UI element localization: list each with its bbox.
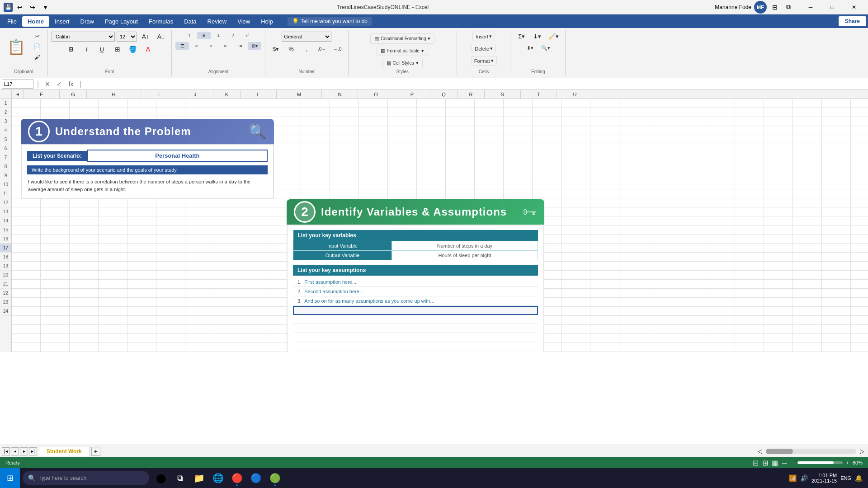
undo-button[interactable]: ↩	[14, 2, 25, 13]
user-avatar[interactable]: MF	[754, 1, 767, 14]
bold-button[interactable]: B	[65, 44, 78, 54]
language-indicator[interactable]: ENG	[840, 475, 851, 481]
assumption-8[interactable]	[293, 342, 538, 351]
increase-font-button[interactable]: A↑	[139, 32, 152, 42]
merge-center-button[interactable]: ⊞▾	[248, 42, 261, 50]
col-header-u[interactable]: U	[557, 90, 593, 99]
row-12[interactable]: 12	[0, 198, 11, 207]
assumption-7[interactable]	[293, 333, 538, 342]
save-icon[interactable]: 💾	[4, 3, 13, 12]
assumption-5[interactable]	[293, 315, 538, 324]
orientation-button[interactable]: ↗	[226, 32, 240, 39]
menu-page-layout[interactable]: Page Layout	[99, 16, 143, 27]
cancel-formula-button[interactable]: ✕	[42, 79, 52, 89]
cut-button[interactable]: ✂	[30, 32, 44, 41]
network-icon[interactable]: 📶	[789, 474, 797, 482]
share-button[interactable]: Share	[839, 16, 866, 26]
paste-button[interactable]: 📋	[4, 37, 29, 57]
col-header-g[interactable]: G	[60, 90, 87, 99]
menu-formulas[interactable]: Formulas	[143, 16, 179, 27]
row-9[interactable]: 9	[0, 171, 11, 180]
row-7[interactable]: 7	[0, 153, 11, 162]
row-13[interactable]: 13	[0, 207, 11, 216]
first-tab-button[interactable]: |◂	[2, 447, 10, 455]
underline-button[interactable]: U	[95, 45, 109, 54]
col-header-f[interactable]: F	[24, 90, 60, 99]
taskbar-chrome[interactable]: 🔴	[228, 468, 246, 488]
menu-home[interactable]: Home	[22, 16, 49, 27]
row-20[interactable]: 20	[0, 271, 11, 280]
autosum-button[interactable]: Σ▾	[515, 32, 528, 41]
decrease-decimal-button[interactable]: .0→	[315, 45, 329, 53]
notifications-icon[interactable]: 🔔	[855, 474, 863, 482]
assumption-1[interactable]: 1. First assumption here...	[293, 277, 538, 287]
row-4[interactable]: 4	[0, 126, 11, 135]
font-family-select[interactable]: Calibri	[52, 32, 115, 42]
taskbar-explorer[interactable]: 📁	[190, 468, 208, 488]
col-header-i[interactable]: I	[141, 90, 177, 99]
restore-btn[interactable]: ⧉	[783, 2, 794, 13]
taskbar-search[interactable]: 🔍 Type here to search	[23, 471, 149, 485]
maximize-button[interactable]: □	[822, 0, 843, 14]
volume-icon[interactable]: 🔊	[800, 474, 808, 482]
menu-data[interactable]: Data	[179, 16, 202, 27]
align-right-button[interactable]: ≡	[204, 42, 218, 50]
formula-input[interactable]	[85, 80, 866, 89]
row-17[interactable]: 17	[0, 244, 11, 253]
font-color-button[interactable]: A	[142, 44, 155, 54]
font-size-select[interactable]: 12	[117, 32, 137, 42]
clear-button[interactable]: 🧹▾	[546, 32, 561, 41]
redo-button[interactable]: ↪	[27, 2, 38, 13]
assumption-4-selected[interactable]	[293, 306, 538, 315]
row-10[interactable]: 10	[0, 180, 11, 189]
col-header-n[interactable]: N	[322, 90, 358, 99]
row-2[interactable]: 2	[0, 108, 11, 117]
fill-button[interactable]: ⬇▾	[530, 32, 544, 41]
decrease-font-button[interactable]: A↓	[154, 32, 168, 42]
insert-cells-button[interactable]: Insert▾	[472, 32, 495, 41]
row-14[interactable]: 14	[0, 216, 11, 225]
col-header-j[interactable]: J	[177, 90, 213, 99]
row-23[interactable]: 23	[0, 298, 11, 307]
increase-indent-button[interactable]: ⇥	[233, 42, 247, 50]
align-top-button[interactable]: ⊤	[183, 32, 196, 39]
find-select-button[interactable]: 🔍▾	[538, 44, 553, 52]
format-as-table-button[interactable]: ▦ Format as Table ▾	[377, 46, 428, 56]
output-var-value[interactable]: Hours of sleep per night	[392, 251, 538, 260]
row-15[interactable]: 15	[0, 225, 11, 235]
taskbar-excel[interactable]: 🟢	[266, 468, 284, 488]
horizontal-scrollbar[interactable]	[766, 449, 856, 454]
clock-date[interactable]: 1:01 PM 2021-11-15	[811, 473, 837, 483]
decrease-indent-button[interactable]: ⇤	[219, 42, 232, 50]
assumption-2[interactable]: 2. Second assumption here...	[293, 287, 538, 296]
row-6[interactable]: 6	[0, 144, 11, 153]
menu-insert[interactable]: Insert	[49, 16, 75, 27]
align-bottom-button[interactable]: ⊥	[212, 32, 225, 39]
row-22[interactable]: 22	[0, 289, 11, 298]
scroll-right-button[interactable]: ▷	[858, 447, 866, 455]
menu-file[interactable]: File	[2, 16, 22, 27]
next-tab-button[interactable]: ▸	[20, 447, 28, 455]
start-button[interactable]: ⊞	[0, 468, 20, 488]
fill-color-button[interactable]: 🪣	[126, 44, 140, 54]
col-header-q[interactable]: Q	[430, 90, 458, 99]
number-format-select[interactable]: General	[282, 32, 331, 42]
borders-button[interactable]: ⊞	[111, 44, 124, 54]
col-header-o[interactable]: O	[358, 90, 394, 99]
row-19[interactable]: 19	[0, 262, 11, 271]
tell-me-box[interactable]: 💡 Tell me what you want to do	[288, 17, 372, 26]
row-11[interactable]: 11	[0, 189, 11, 198]
taskbar-cortana[interactable]: ⬤	[152, 468, 170, 488]
assumption-6[interactable]	[293, 324, 538, 333]
row-8[interactable]: 8	[0, 162, 11, 171]
cell-styles-button[interactable]: ▧ Cell Styles ▾	[382, 58, 423, 68]
col-header-l[interactable]: L	[241, 90, 277, 99]
increase-decimal-button[interactable]: ←.0	[330, 45, 344, 53]
insert-function-button[interactable]: fx	[66, 79, 76, 89]
customize-button[interactable]: ▾	[40, 2, 51, 13]
col-header-p[interactable]: P	[394, 90, 430, 99]
page-layout-view-button[interactable]: ⊞	[762, 459, 768, 467]
prev-tab-button[interactable]: ◂	[11, 447, 19, 455]
row-1[interactable]: 1	[0, 99, 11, 108]
wrap-text-button[interactable]: ⏎	[241, 32, 254, 39]
